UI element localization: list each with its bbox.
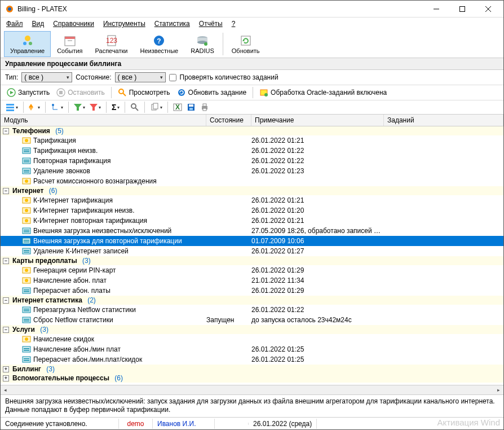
print-btn[interactable]	[198, 102, 211, 113]
copy-btn[interactable]: ▾	[148, 102, 164, 113]
stop-icon	[56, 88, 65, 97]
close-button[interactable]	[475, 1, 501, 17]
table-row[interactable]: Тарификация26.01.2022 01:21	[1, 135, 503, 146]
sort-btn[interactable]: ▾	[27, 102, 42, 113]
tool-events[interactable]: События	[51, 31, 89, 57]
table-row[interactable]: Повторная тарификация26.01.2022 01:22	[1, 156, 503, 166]
table-row[interactable]: К-Интернет повторная тарификация26.01.20…	[1, 216, 503, 226]
col-module[interactable]: Модуль	[1, 115, 206, 126]
save-btn[interactable]	[185, 102, 197, 113]
group-row[interactable]: −Телефония (5)	[1, 126, 503, 135]
titlebar: Billing - PLATEX	[1, 1, 503, 17]
search-btn[interactable]	[129, 102, 141, 113]
process-grid[interactable]: −Телефония (5)Тарификация26.01.2022 01:2…	[1, 126, 503, 385]
columns-btn[interactable]: ▾	[4, 102, 20, 113]
svg-rect-80	[24, 252, 29, 253]
col-note[interactable]: Примечание	[251, 115, 384, 126]
group-row[interactable]: +Биллинг (3)	[1, 365, 503, 374]
svg-point-84	[25, 279, 28, 282]
svg-rect-51	[203, 104, 206, 106]
menu-file[interactable]: Файл	[3, 19, 26, 29]
svg-rect-52	[203, 108, 206, 111]
menu-reports[interactable]: Отчёты	[196, 19, 226, 29]
magnifier-icon	[118, 88, 127, 97]
collapse-icon[interactable]: −	[3, 128, 9, 134]
col-tasks[interactable]: Заданий	[384, 115, 503, 126]
menu-view[interactable]: Вид	[29, 19, 48, 29]
table-row[interactable]: Удаление К-Интернет записей26.01.2022 01…	[1, 246, 503, 256]
scroll-right-icon[interactable]: ▸	[494, 385, 503, 394]
table-row[interactable]: Расчет комиссионного вознаграждения	[1, 176, 503, 186]
expand-icon[interactable]: +	[3, 366, 9, 372]
svg-point-6	[25, 36, 30, 41]
table-row[interactable]: Удаление звонков26.01.2022 01:23	[1, 166, 503, 176]
oracle-icon	[259, 88, 268, 97]
group-row[interactable]: −Услуги (3)	[1, 325, 503, 334]
group-row[interactable]: −Карты предоплаты (3)	[1, 256, 503, 265]
group-row[interactable]: +Вспомогательные процессы (6)	[1, 374, 503, 383]
table-row[interactable]: Начисление абон./мин плат26.01.2022 01:2…	[1, 344, 503, 354]
status-spacer	[215, 423, 249, 425]
svg-rect-58	[23, 158, 30, 164]
menu-refs[interactable]: Справочники	[50, 19, 98, 29]
state-combo[interactable]: ( все )▾	[115, 72, 166, 82]
excel-btn[interactable]: X	[171, 102, 184, 113]
collapse-icon[interactable]: −	[3, 327, 9, 333]
scroll-left-icon[interactable]: ◂	[1, 385, 10, 394]
table-row[interactable]: Генерация серии PIN-карт26.01.2022 01:29	[1, 265, 503, 275]
menu-help[interactable]: ?	[228, 19, 239, 29]
type-combo[interactable]: ( все )▾	[21, 72, 72, 82]
table-row[interactable]: Перерасчет абон. платы26.01.2022 01:29	[1, 286, 503, 296]
table-row[interactable]: Перерасчет абон./мин.плат/скидок26.01.20…	[1, 354, 503, 365]
check-tasks-count[interactable]	[169, 74, 176, 81]
tool-manage[interactable]: Управление	[4, 31, 51, 57]
collapse-icon[interactable]: −	[3, 258, 9, 264]
h-scrollbar[interactable]: ◂ ▸	[1, 385, 503, 394]
tool-unknown[interactable]: ? Неизвестные	[134, 31, 184, 57]
table-row[interactable]: Начисление скидок	[1, 334, 503, 344]
tool-refresh[interactable]: Обновить	[226, 31, 266, 57]
table-row[interactable]: Начисление абон. плат21.01.2022 11:34	[1, 275, 503, 286]
collapse-icon[interactable]: −	[3, 188, 9, 194]
sum-btn[interactable]: Σ▾	[110, 102, 121, 113]
refresh-task-button[interactable]: Обновить задание	[174, 86, 250, 99]
group-count: (5)	[54, 127, 64, 135]
group-btn[interactable]: ▾	[49, 102, 65, 113]
menu-stats[interactable]: Статистика	[151, 19, 193, 29]
table-row[interactable]: Сброс Netflow статистикиЗапущендо запуск…	[1, 315, 503, 325]
module-name: Перерасчет абон. платы	[33, 287, 110, 295]
group-row[interactable]: −Интернет (6)	[1, 186, 503, 195]
svg-point-7	[23, 42, 26, 45]
oracle-toggle[interactable]: Обработка Oracle-заданий включена	[257, 86, 390, 99]
table-row[interactable]: К-Интернет тарификация26.01.2022 01:21	[1, 195, 503, 205]
row-note: 26.01.2022 01:21	[251, 137, 384, 144]
module-icon	[22, 306, 31, 314]
mini-toolbar: ▾ ▾ ▾ ▾ ▾ Σ▾ ▾ X	[1, 100, 503, 115]
collapse-icon[interactable]: −	[3, 297, 9, 304]
module-icon	[22, 237, 31, 245]
group-row[interactable]: −Интернет статистика (2)	[1, 296, 503, 305]
module-name: Расчет комиссионного вознаграждения	[33, 177, 157, 185]
table-row[interactable]: Внешняя загрузка для повторной тарификац…	[1, 236, 503, 246]
tool-print[interactable]: 123 Распечатки	[89, 31, 134, 57]
tool-radius[interactable]: RADIUS	[184, 31, 220, 57]
table-row[interactable]: Внешняя загрузка неизвестных/исключений2…	[1, 226, 503, 236]
minimize-button[interactable]	[423, 1, 449, 17]
start-button[interactable]: Запустить	[4, 86, 52, 99]
svg-point-41	[131, 104, 136, 108]
svg-rect-93	[24, 321, 29, 322]
table-row[interactable]: К-Интернет тарификация неизв.26.01.2022 …	[1, 205, 503, 216]
svg-rect-85	[23, 288, 30, 293]
filter-btn[interactable]: ▾	[72, 102, 87, 113]
filter-clear-btn[interactable]: ▾	[88, 102, 103, 113]
svg-rect-25	[59, 91, 63, 94]
col-state[interactable]: Состояние	[206, 115, 251, 126]
view-button[interactable]: Просмотреть	[115, 86, 173, 99]
table-row[interactable]: Перезагрузка Netflow статистики26.01.202…	[1, 305, 503, 315]
group-count: (2)	[86, 296, 96, 304]
maximize-button[interactable]	[449, 1, 475, 17]
expand-icon[interactable]: +	[3, 375, 9, 381]
menu-tools[interactable]: Инструменты	[100, 19, 149, 29]
table-row[interactable]: Тарификация неизв.26.01.2022 01:22	[1, 146, 503, 156]
svg-point-1	[8, 7, 11, 11]
